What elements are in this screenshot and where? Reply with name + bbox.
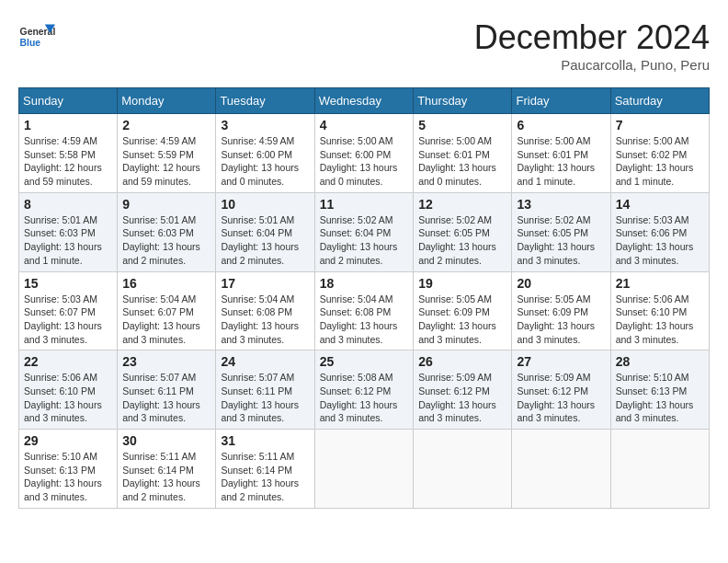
day-info: Sunrise: 5:08 AM Sunset: 6:12 PM Dayligh… <box>320 371 409 425</box>
day-number: 1 <box>24 118 112 132</box>
day-info: Sunrise: 5:03 AM Sunset: 6:07 PM Dayligh… <box>24 293 112 347</box>
day-number: 20 <box>517 276 605 291</box>
day-info: Sunrise: 5:11 AM Sunset: 6:14 PM Dayligh… <box>221 450 309 504</box>
day-number: 12 <box>418 197 506 212</box>
calendar-cell: 13 Sunrise: 5:02 AM Sunset: 6:05 PM Dayl… <box>512 192 610 271</box>
day-number: 16 <box>122 276 210 291</box>
day-number: 6 <box>517 118 605 132</box>
day-number: 5 <box>418 118 506 132</box>
calendar-table: SundayMondayTuesdayWednesdayThursdayFrid… <box>18 87 710 509</box>
day-info: Sunrise: 5:04 AM Sunset: 6:08 PM Dayligh… <box>320 293 409 347</box>
day-info: Sunrise: 5:01 AM Sunset: 6:03 PM Dayligh… <box>122 213 210 268</box>
calendar-cell <box>610 430 709 509</box>
calendar-cell <box>314 430 414 509</box>
day-info: Sunrise: 5:10 AM Sunset: 6:13 PM Dayligh… <box>616 371 704 425</box>
day-number: 11 <box>320 197 409 212</box>
day-info: Sunrise: 5:03 AM Sunset: 6:06 PM Dayligh… <box>616 213 704 268</box>
day-info: Sunrise: 5:02 AM Sunset: 6:05 PM Dayligh… <box>517 213 605 268</box>
day-info: Sunrise: 5:00 AM Sunset: 6:01 PM Dayligh… <box>517 134 605 189</box>
calendar-cell: 24 Sunrise: 5:07 AM Sunset: 6:11 PM Dayl… <box>216 350 314 430</box>
calendar-cell: 20 Sunrise: 5:05 AM Sunset: 6:09 PM Dayl… <box>512 271 610 350</box>
calendar-cell: 26 Sunrise: 5:09 AM Sunset: 6:12 PM Dayl… <box>414 350 512 430</box>
calendar-cell: 21 Sunrise: 5:06 AM Sunset: 6:10 PM Dayl… <box>610 271 709 350</box>
calendar-cell: 16 Sunrise: 5:04 AM Sunset: 6:07 PM Dayl… <box>118 271 216 350</box>
day-number: 19 <box>418 276 506 291</box>
calendar-cell: 22 Sunrise: 5:06 AM Sunset: 6:10 PM Dayl… <box>19 350 118 430</box>
day-number: 14 <box>616 197 704 212</box>
day-info: Sunrise: 5:01 AM Sunset: 6:04 PM Dayligh… <box>221 213 309 268</box>
calendar-cell: 5 Sunrise: 5:00 AM Sunset: 6:01 PM Dayli… <box>414 114 512 193</box>
day-number: 13 <box>517 197 605 212</box>
svg-text:Blue: Blue <box>20 38 41 48</box>
day-header-thursday: Thursday <box>414 88 512 114</box>
calendar-cell: 31 Sunrise: 5:11 AM Sunset: 6:14 PM Dayl… <box>216 430 314 509</box>
day-number: 27 <box>517 354 605 369</box>
calendar-cell: 1 Sunrise: 4:59 AM Sunset: 5:58 PM Dayli… <box>19 114 118 193</box>
day-info: Sunrise: 5:01 AM Sunset: 6:03 PM Dayligh… <box>24 213 112 268</box>
calendar-cell: 8 Sunrise: 5:01 AM Sunset: 6:03 PM Dayli… <box>19 192 118 271</box>
day-header-monday: Monday <box>118 88 216 114</box>
day-number: 7 <box>616 118 704 132</box>
day-number: 4 <box>320 118 409 132</box>
calendar-cell: 9 Sunrise: 5:01 AM Sunset: 6:03 PM Dayli… <box>118 192 216 271</box>
day-info: Sunrise: 5:07 AM Sunset: 6:11 PM Dayligh… <box>221 371 309 425</box>
day-info: Sunrise: 4:59 AM Sunset: 5:59 PM Dayligh… <box>122 134 210 189</box>
day-number: 29 <box>24 433 112 448</box>
day-info: Sunrise: 5:05 AM Sunset: 6:09 PM Dayligh… <box>418 293 506 347</box>
day-info: Sunrise: 5:00 AM Sunset: 6:00 PM Dayligh… <box>320 134 409 189</box>
day-number: 26 <box>418 354 506 369</box>
day-header-sunday: Sunday <box>19 88 118 114</box>
day-number: 8 <box>24 197 112 212</box>
calendar-cell: 15 Sunrise: 5:03 AM Sunset: 6:07 PM Dayl… <box>19 271 118 350</box>
calendar-cell: 14 Sunrise: 5:03 AM Sunset: 6:06 PM Dayl… <box>610 192 709 271</box>
day-number: 17 <box>221 276 309 291</box>
day-info: Sunrise: 5:02 AM Sunset: 6:04 PM Dayligh… <box>320 213 409 268</box>
day-number: 30 <box>122 433 210 448</box>
day-number: 9 <box>122 197 210 212</box>
day-info: Sunrise: 4:59 AM Sunset: 6:00 PM Dayligh… <box>221 134 309 189</box>
calendar-cell: 6 Sunrise: 5:00 AM Sunset: 6:01 PM Dayli… <box>512 114 610 193</box>
calendar-cell: 11 Sunrise: 5:02 AM Sunset: 6:04 PM Dayl… <box>314 192 414 271</box>
month-title: December 2024 <box>474 18 710 57</box>
day-info: Sunrise: 5:04 AM Sunset: 6:08 PM Dayligh… <box>221 293 309 347</box>
day-number: 31 <box>221 433 309 448</box>
day-number: 10 <box>221 197 309 212</box>
day-info: Sunrise: 5:00 AM Sunset: 6:01 PM Dayligh… <box>418 134 506 189</box>
day-header-saturday: Saturday <box>610 88 709 114</box>
day-number: 22 <box>24 354 112 369</box>
day-info: Sunrise: 5:00 AM Sunset: 6:02 PM Dayligh… <box>616 134 704 189</box>
calendar-cell: 2 Sunrise: 4:59 AM Sunset: 5:59 PM Dayli… <box>118 114 216 193</box>
calendar-cell: 23 Sunrise: 5:07 AM Sunset: 6:11 PM Dayl… <box>118 350 216 430</box>
calendar-cell <box>512 430 610 509</box>
calendar-cell: 28 Sunrise: 5:10 AM Sunset: 6:13 PM Dayl… <box>610 350 709 430</box>
day-info: Sunrise: 4:59 AM Sunset: 5:58 PM Dayligh… <box>24 134 112 189</box>
header: General Blue December 2024 Paucarcolla, … <box>18 18 710 73</box>
day-info: Sunrise: 5:11 AM Sunset: 6:14 PM Dayligh… <box>122 450 210 504</box>
day-header-tuesday: Tuesday <box>216 88 314 114</box>
calendar-cell: 27 Sunrise: 5:09 AM Sunset: 6:12 PM Dayl… <box>512 350 610 430</box>
calendar-cell: 7 Sunrise: 5:00 AM Sunset: 6:02 PM Dayli… <box>610 114 709 193</box>
day-info: Sunrise: 5:07 AM Sunset: 6:11 PM Dayligh… <box>122 371 210 425</box>
calendar-cell: 30 Sunrise: 5:11 AM Sunset: 6:14 PM Dayl… <box>118 430 216 509</box>
calendar-cell: 10 Sunrise: 5:01 AM Sunset: 6:04 PM Dayl… <box>216 192 314 271</box>
subtitle: Paucarcolla, Puno, Peru <box>474 57 710 73</box>
day-info: Sunrise: 5:09 AM Sunset: 6:12 PM Dayligh… <box>418 371 506 425</box>
calendar-cell: 17 Sunrise: 5:04 AM Sunset: 6:08 PM Dayl… <box>216 271 314 350</box>
calendar-cell: 18 Sunrise: 5:04 AM Sunset: 6:08 PM Dayl… <box>314 271 414 350</box>
day-number: 2 <box>122 118 210 132</box>
day-info: Sunrise: 5:05 AM Sunset: 6:09 PM Dayligh… <box>517 293 605 347</box>
day-number: 15 <box>24 276 112 291</box>
calendar-cell: 4 Sunrise: 5:00 AM Sunset: 6:00 PM Dayli… <box>314 114 414 193</box>
day-info: Sunrise: 5:06 AM Sunset: 6:10 PM Dayligh… <box>24 371 112 425</box>
calendar-cell: 25 Sunrise: 5:08 AM Sunset: 6:12 PM Dayl… <box>314 350 414 430</box>
calendar-cell: 19 Sunrise: 5:05 AM Sunset: 6:09 PM Dayl… <box>414 271 512 350</box>
day-number: 21 <box>616 276 704 291</box>
logo: General Blue <box>18 18 61 55</box>
day-info: Sunrise: 5:02 AM Sunset: 6:05 PM Dayligh… <box>418 213 506 268</box>
day-header-friday: Friday <box>512 88 610 114</box>
calendar-cell: 3 Sunrise: 4:59 AM Sunset: 6:00 PM Dayli… <box>216 114 314 193</box>
day-number: 25 <box>320 354 409 369</box>
day-info: Sunrise: 5:09 AM Sunset: 6:12 PM Dayligh… <box>517 371 605 425</box>
day-number: 18 <box>320 276 409 291</box>
day-number: 23 <box>122 354 210 369</box>
